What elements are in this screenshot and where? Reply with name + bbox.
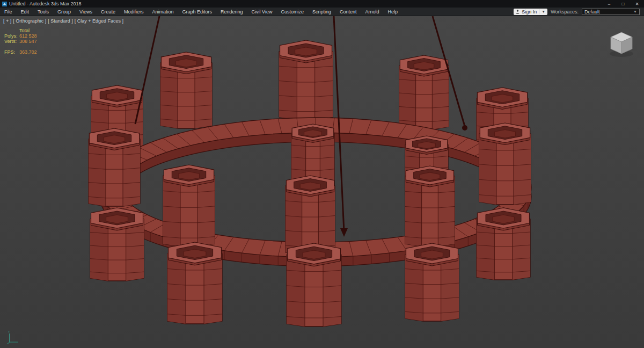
viewport-label-segment-3[interactable]: [ Clay + Edged Faces ]: [75, 18, 123, 24]
menu-items: FileEditToolsGroupViewsCreateModifiersAn…: [0, 8, 402, 16]
workspace-caret-icon: ▼: [633, 10, 637, 13]
viewcube[interactable]: [604, 23, 639, 60]
menu-rendering[interactable]: Rendering: [216, 8, 247, 16]
app-logo-icon: [2, 2, 7, 6]
menu-bar: FileEditToolsGroupViewsCreateModifiersAn…: [0, 8, 644, 16]
svg-text:z: z: [8, 330, 10, 333]
sign-in-caret-icon: ▼: [539, 9, 545, 15]
menu-animation[interactable]: Animation: [148, 8, 178, 16]
maximize-button[interactable]: □: [616, 0, 630, 8]
stat-verts-value: 308 547: [19, 39, 37, 44]
viewport-label-segment-1[interactable]: [ Orthographic ]: [13, 18, 46, 24]
stat-total: Total: [19, 28, 30, 33]
stat-polys-value: 612 528: [19, 33, 37, 39]
chandelier-model[interactable]: [0, 16, 644, 348]
menu-group[interactable]: Group: [53, 8, 75, 16]
sign-in-label: Sign In: [522, 9, 537, 15]
menu-content[interactable]: Content: [335, 8, 361, 16]
menu-help[interactable]: Help: [383, 8, 402, 16]
workspace-value: Default: [584, 9, 600, 15]
menu-scripting[interactable]: Scripting: [308, 8, 335, 16]
menu-views[interactable]: Views: [75, 8, 97, 16]
window-title: Untitled - Autodesk 3ds Max 2018: [9, 1, 602, 6]
stat-fps-value: 363,702: [19, 49, 37, 55]
viewport-label-segment-2[interactable]: [ Standard ]: [48, 18, 73, 24]
menu-customize[interactable]: Customize: [276, 8, 308, 16]
window-controls: – □ ✕: [602, 0, 644, 8]
minimize-button[interactable]: –: [602, 0, 616, 8]
menu-bar-right: Sign In ▼ Workspaces: Default ▼: [514, 9, 644, 15]
user-icon: [516, 10, 519, 14]
stat-polys-label: Polys:: [4, 33, 19, 39]
viewport[interactable]: [ + ][ Orthographic ][ Standard ][ Clay …: [0, 16, 644, 348]
title-bar: Untitled - Autodesk 3ds Max 2018 – □ ✕: [0, 0, 644, 8]
menu-civil-view[interactable]: Civil View: [247, 8, 277, 16]
close-button[interactable]: ✕: [630, 0, 644, 8]
menu-modifiers[interactable]: Modifiers: [120, 8, 148, 16]
menu-edit[interactable]: Edit: [17, 8, 34, 16]
menu-create[interactable]: Create: [97, 8, 120, 16]
menu-graph-editors[interactable]: Graph Editors: [178, 8, 216, 16]
menu-arnold[interactable]: Arnold: [361, 8, 383, 16]
stat-verts-label: Verts:: [4, 39, 19, 44]
stat-fps-label: FPS:: [4, 49, 19, 55]
workspaces-label: Workspaces:: [551, 9, 579, 15]
app-window: Untitled - Autodesk 3ds Max 2018 – □ ✕ F…: [0, 0, 644, 348]
viewport-label: [ + ][ Orthographic ][ Standard ][ Clay …: [3, 18, 123, 24]
menu-file[interactable]: File: [0, 8, 17, 16]
workspace-dropdown[interactable]: Default ▼: [582, 9, 640, 15]
statistics-overlay: Total Polys:612 528 Verts:308 547 FPS:36…: [4, 28, 37, 55]
menu-tools[interactable]: Tools: [33, 8, 53, 16]
sign-in-button[interactable]: Sign In ▼: [514, 9, 547, 15]
viewport-label-segment-0[interactable]: [ + ]: [3, 18, 11, 24]
world-axis-icon: z: [6, 328, 23, 344]
